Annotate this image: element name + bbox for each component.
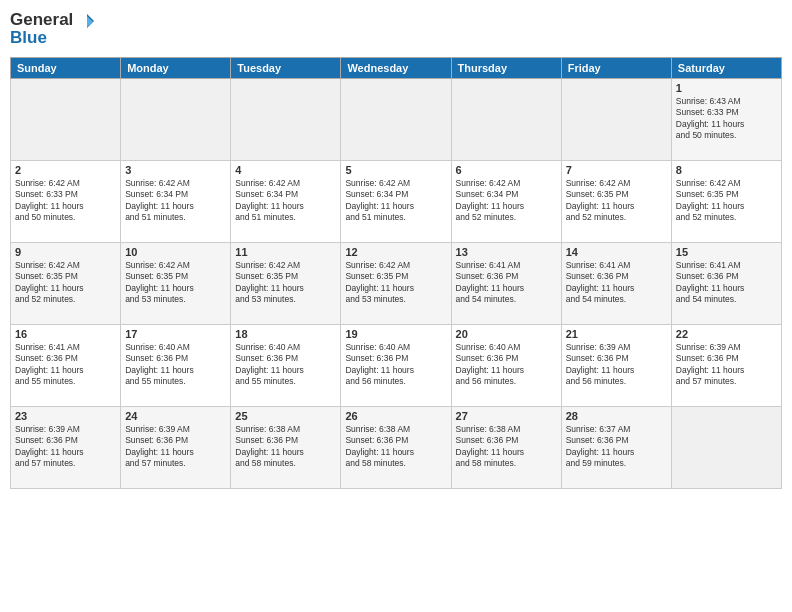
day-number: 18 xyxy=(235,328,336,340)
day-number: 8 xyxy=(676,164,777,176)
day-number: 22 xyxy=(676,328,777,340)
day-info: Sunrise: 6:41 AM Sunset: 6:36 PM Dayligh… xyxy=(566,260,667,306)
day-number: 3 xyxy=(125,164,226,176)
day-cell: 26Sunrise: 6:38 AM Sunset: 6:36 PM Dayli… xyxy=(341,406,451,488)
week-row-1: 1Sunrise: 6:43 AM Sunset: 6:33 PM Daylig… xyxy=(11,78,782,160)
day-info: Sunrise: 6:37 AM Sunset: 6:36 PM Dayligh… xyxy=(566,424,667,470)
logo-icon xyxy=(78,12,96,30)
day-cell: 14Sunrise: 6:41 AM Sunset: 6:36 PM Dayli… xyxy=(561,242,671,324)
day-info: Sunrise: 6:38 AM Sunset: 6:36 PM Dayligh… xyxy=(456,424,557,470)
day-cell xyxy=(561,78,671,160)
day-number: 27 xyxy=(456,410,557,422)
day-number: 5 xyxy=(345,164,446,176)
day-cell: 3Sunrise: 6:42 AM Sunset: 6:34 PM Daylig… xyxy=(121,160,231,242)
day-number: 6 xyxy=(456,164,557,176)
weekday-header-sunday: Sunday xyxy=(11,57,121,78)
day-cell: 2Sunrise: 6:42 AM Sunset: 6:33 PM Daylig… xyxy=(11,160,121,242)
day-info: Sunrise: 6:42 AM Sunset: 6:35 PM Dayligh… xyxy=(566,178,667,224)
day-info: Sunrise: 6:42 AM Sunset: 6:34 PM Dayligh… xyxy=(125,178,226,224)
day-cell xyxy=(671,406,781,488)
day-info: Sunrise: 6:41 AM Sunset: 6:36 PM Dayligh… xyxy=(456,260,557,306)
day-cell: 24Sunrise: 6:39 AM Sunset: 6:36 PM Dayli… xyxy=(121,406,231,488)
day-cell: 22Sunrise: 6:39 AM Sunset: 6:36 PM Dayli… xyxy=(671,324,781,406)
week-row-2: 2Sunrise: 6:42 AM Sunset: 6:33 PM Daylig… xyxy=(11,160,782,242)
day-info: Sunrise: 6:38 AM Sunset: 6:36 PM Dayligh… xyxy=(345,424,446,470)
day-info: Sunrise: 6:40 AM Sunset: 6:36 PM Dayligh… xyxy=(125,342,226,388)
day-cell: 27Sunrise: 6:38 AM Sunset: 6:36 PM Dayli… xyxy=(451,406,561,488)
day-info: Sunrise: 6:41 AM Sunset: 6:36 PM Dayligh… xyxy=(15,342,116,388)
day-number: 13 xyxy=(456,246,557,258)
day-number: 19 xyxy=(345,328,446,340)
day-info: Sunrise: 6:43 AM Sunset: 6:33 PM Dayligh… xyxy=(676,96,777,142)
logo: General Blue xyxy=(10,10,96,49)
calendar-table: SundayMondayTuesdayWednesdayThursdayFrid… xyxy=(10,57,782,489)
day-info: Sunrise: 6:41 AM Sunset: 6:36 PM Dayligh… xyxy=(676,260,777,306)
day-cell xyxy=(121,78,231,160)
day-cell: 8Sunrise: 6:42 AM Sunset: 6:35 PM Daylig… xyxy=(671,160,781,242)
day-cell: 5Sunrise: 6:42 AM Sunset: 6:34 PM Daylig… xyxy=(341,160,451,242)
day-info: Sunrise: 6:42 AM Sunset: 6:34 PM Dayligh… xyxy=(235,178,336,224)
day-cell: 12Sunrise: 6:42 AM Sunset: 6:35 PM Dayli… xyxy=(341,242,451,324)
day-info: Sunrise: 6:42 AM Sunset: 6:33 PM Dayligh… xyxy=(15,178,116,224)
day-cell: 13Sunrise: 6:41 AM Sunset: 6:36 PM Dayli… xyxy=(451,242,561,324)
week-row-3: 9Sunrise: 6:42 AM Sunset: 6:35 PM Daylig… xyxy=(11,242,782,324)
day-cell xyxy=(451,78,561,160)
page: General Blue SundayMondayTuesdayWednesda… xyxy=(0,0,792,612)
day-cell: 17Sunrise: 6:40 AM Sunset: 6:36 PM Dayli… xyxy=(121,324,231,406)
day-cell: 16Sunrise: 6:41 AM Sunset: 6:36 PM Dayli… xyxy=(11,324,121,406)
day-cell: 7Sunrise: 6:42 AM Sunset: 6:35 PM Daylig… xyxy=(561,160,671,242)
day-number: 2 xyxy=(15,164,116,176)
day-cell: 10Sunrise: 6:42 AM Sunset: 6:35 PM Dayli… xyxy=(121,242,231,324)
day-number: 14 xyxy=(566,246,667,258)
day-number: 1 xyxy=(676,82,777,94)
day-number: 17 xyxy=(125,328,226,340)
day-cell: 6Sunrise: 6:42 AM Sunset: 6:34 PM Daylig… xyxy=(451,160,561,242)
day-cell: 15Sunrise: 6:41 AM Sunset: 6:36 PM Dayli… xyxy=(671,242,781,324)
day-info: Sunrise: 6:39 AM Sunset: 6:36 PM Dayligh… xyxy=(125,424,226,470)
weekday-header-tuesday: Tuesday xyxy=(231,57,341,78)
day-cell xyxy=(11,78,121,160)
day-number: 12 xyxy=(345,246,446,258)
day-info: Sunrise: 6:42 AM Sunset: 6:35 PM Dayligh… xyxy=(125,260,226,306)
day-number: 4 xyxy=(235,164,336,176)
day-number: 20 xyxy=(456,328,557,340)
day-info: Sunrise: 6:42 AM Sunset: 6:35 PM Dayligh… xyxy=(235,260,336,306)
day-number: 16 xyxy=(15,328,116,340)
day-number: 24 xyxy=(125,410,226,422)
day-cell xyxy=(341,78,451,160)
day-cell: 18Sunrise: 6:40 AM Sunset: 6:36 PM Dayli… xyxy=(231,324,341,406)
logo-text: General Blue xyxy=(10,10,96,49)
day-info: Sunrise: 6:38 AM Sunset: 6:36 PM Dayligh… xyxy=(235,424,336,470)
day-info: Sunrise: 6:39 AM Sunset: 6:36 PM Dayligh… xyxy=(566,342,667,388)
day-number: 11 xyxy=(235,246,336,258)
day-number: 10 xyxy=(125,246,226,258)
day-cell xyxy=(231,78,341,160)
day-cell: 21Sunrise: 6:39 AM Sunset: 6:36 PM Dayli… xyxy=(561,324,671,406)
day-number: 21 xyxy=(566,328,667,340)
day-info: Sunrise: 6:42 AM Sunset: 6:34 PM Dayligh… xyxy=(456,178,557,224)
day-info: Sunrise: 6:40 AM Sunset: 6:36 PM Dayligh… xyxy=(235,342,336,388)
day-cell: 4Sunrise: 6:42 AM Sunset: 6:34 PM Daylig… xyxy=(231,160,341,242)
day-info: Sunrise: 6:39 AM Sunset: 6:36 PM Dayligh… xyxy=(676,342,777,388)
day-cell: 9Sunrise: 6:42 AM Sunset: 6:35 PM Daylig… xyxy=(11,242,121,324)
day-info: Sunrise: 6:42 AM Sunset: 6:34 PM Dayligh… xyxy=(345,178,446,224)
day-number: 28 xyxy=(566,410,667,422)
week-row-5: 23Sunrise: 6:39 AM Sunset: 6:36 PM Dayli… xyxy=(11,406,782,488)
day-cell: 19Sunrise: 6:40 AM Sunset: 6:36 PM Dayli… xyxy=(341,324,451,406)
weekday-header-wednesday: Wednesday xyxy=(341,57,451,78)
day-number: 9 xyxy=(15,246,116,258)
day-number: 23 xyxy=(15,410,116,422)
weekday-header-monday: Monday xyxy=(121,57,231,78)
day-number: 26 xyxy=(345,410,446,422)
day-cell: 20Sunrise: 6:40 AM Sunset: 6:36 PM Dayli… xyxy=(451,324,561,406)
day-number: 7 xyxy=(566,164,667,176)
day-info: Sunrise: 6:42 AM Sunset: 6:35 PM Dayligh… xyxy=(676,178,777,224)
day-info: Sunrise: 6:40 AM Sunset: 6:36 PM Dayligh… xyxy=(345,342,446,388)
weekday-header-friday: Friday xyxy=(561,57,671,78)
day-cell: 28Sunrise: 6:37 AM Sunset: 6:36 PM Dayli… xyxy=(561,406,671,488)
day-cell: 1Sunrise: 6:43 AM Sunset: 6:33 PM Daylig… xyxy=(671,78,781,160)
header: General Blue xyxy=(10,10,782,49)
day-info: Sunrise: 6:42 AM Sunset: 6:35 PM Dayligh… xyxy=(15,260,116,306)
day-cell: 23Sunrise: 6:39 AM Sunset: 6:36 PM Dayli… xyxy=(11,406,121,488)
day-info: Sunrise: 6:39 AM Sunset: 6:36 PM Dayligh… xyxy=(15,424,116,470)
